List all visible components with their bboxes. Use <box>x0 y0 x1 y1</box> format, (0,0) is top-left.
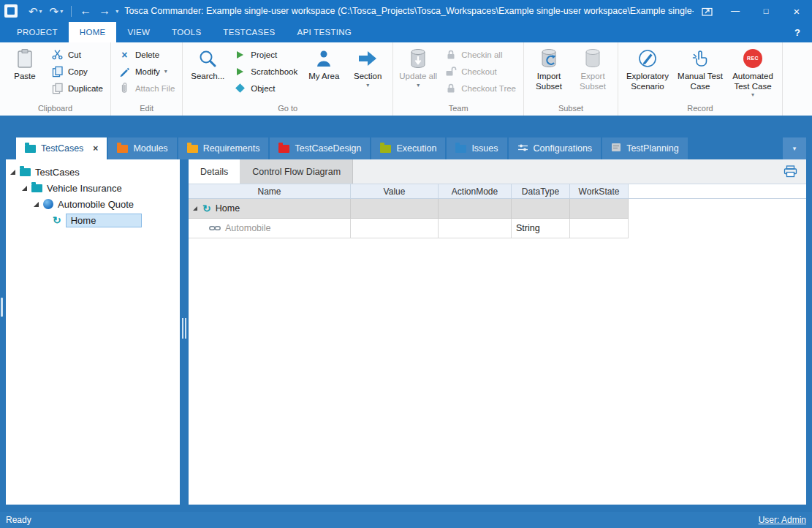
redo-dropdown-icon[interactable]: ▾ <box>60 8 63 15</box>
grid-cell-actionmode[interactable] <box>439 219 512 238</box>
tab-control-flow-diagram[interactable]: Control Flow Diagram <box>240 159 353 184</box>
copy-button[interactable]: Copy <box>48 63 107 80</box>
duplicate-button[interactable]: Duplicate <box>48 80 107 97</box>
workspace-tab-requirements[interactable]: Requirements <box>178 137 269 159</box>
undo-dropdown-icon[interactable]: ▾ <box>39 8 42 15</box>
menu-tab-tools[interactable]: TOOLS <box>161 22 212 42</box>
grid-cell-workstate[interactable] <box>570 199 629 219</box>
grid-cell-datatype[interactable] <box>512 199 570 219</box>
column-header-value[interactable]: Value <box>351 184 439 198</box>
column-header-filler <box>629 184 806 198</box>
modules-folder-icon <box>117 145 128 153</box>
checkin-all-button[interactable]: Checkin all <box>441 46 520 63</box>
minimize-icon: — <box>731 6 740 16</box>
menu-tab-home[interactable]: HOME <box>69 22 117 42</box>
goto-project-button[interactable]: Project <box>230 46 301 63</box>
goto-object-button[interactable]: Object <box>230 80 301 97</box>
undo-button[interactable]: ↶ ▾ <box>25 0 46 22</box>
menu-tab-api-testing[interactable]: API TESTING <box>286 22 363 42</box>
workspace-tab-issues[interactable]: Issues <box>447 137 506 159</box>
splitter-grip-icon <box>182 318 183 339</box>
redo-button[interactable]: ↷ ▾ <box>46 0 67 22</box>
row-expander-icon[interactable] <box>193 206 197 211</box>
maximize-button[interactable]: □ <box>751 0 781 22</box>
edit-small-buttons: × Delete Modify ▾ Attach F <box>115 45 178 102</box>
tab-overflow-button[interactable]: ▾ <box>783 137 806 159</box>
status-bar: Ready User: Admin <box>0 512 812 528</box>
section-button[interactable]: Section ▾ <box>346 45 389 102</box>
grid-cell-datatype[interactable]: String <box>512 219 570 238</box>
workspace-tab-testcases[interactable]: TestCases × <box>16 137 107 159</box>
paste-button[interactable]: Paste <box>4 45 46 102</box>
update-all-dropdown-icon[interactable]: ▾ <box>417 82 420 89</box>
checkout-button[interactable]: Checkout <box>441 63 520 80</box>
left-splitter-grip[interactable] <box>1 298 3 317</box>
grid-cell-name[interactable]: ↻ Home <box>189 199 351 219</box>
print-button[interactable] <box>783 159 806 184</box>
search-button[interactable]: Search... <box>186 45 229 102</box>
workspace-tab-execution[interactable]: Execution <box>371 137 445 159</box>
manual-test-case-button[interactable]: Manual Test Case <box>675 45 726 102</box>
clipboard-small-buttons: Cut Copy Duplicate <box>48 45 107 102</box>
refresh-icon: ↻ <box>202 203 211 214</box>
workspace-tab-testplanning[interactable]: TestPlanning <box>602 137 688 159</box>
cut-button[interactable]: Cut <box>48 46 107 63</box>
grid-row-home[interactable]: ↻ Home <box>189 199 806 219</box>
goto-scratchbook-button[interactable]: Scratchbook <box>230 63 301 80</box>
workspace-tab-modules[interactable]: Modules <box>108 137 176 159</box>
navigate-back-button[interactable]: ← <box>76 0 95 22</box>
expander-icon[interactable] <box>34 202 39 207</box>
grid-row-automobile[interactable]: Automobile String <box>189 219 806 238</box>
update-all-button[interactable]: Update all ▾ <box>397 45 439 102</box>
attach-file-button[interactable]: Attach File <box>115 80 178 97</box>
column-header-datatype[interactable]: DataType <box>512 184 570 198</box>
tab-details[interactable]: Details <box>189 159 240 184</box>
column-header-name[interactable]: Name <box>189 184 351 198</box>
workspace-tab-testcasedesign[interactable]: TestCaseDesign <box>270 137 370 159</box>
exploratory-scenario-button[interactable]: Exploratory Scenario <box>622 45 673 102</box>
menu-tab-project[interactable]: PROJECT <box>6 22 69 42</box>
import-database-icon <box>539 47 558 70</box>
delete-button[interactable]: × Delete <box>115 46 178 63</box>
workspace-tab-configurations[interactable]: Configurations <box>509 137 602 159</box>
menu-tab-testcases[interactable]: TESTCASES <box>212 22 286 42</box>
tree-item-label: Automobile Quote <box>58 199 134 210</box>
grid-cell-actionmode[interactable] <box>439 199 512 219</box>
panel-splitter[interactable] <box>180 159 189 505</box>
grid-cell-workstate[interactable] <box>570 219 629 238</box>
chevron-down-icon: ▾ <box>793 145 797 152</box>
automated-test-case-button[interactable]: REC Automated Test Case ▾ <box>727 45 778 102</box>
close-button[interactable]: × <box>781 0 812 22</box>
column-header-workstate[interactable]: WorkState <box>570 184 629 198</box>
import-subset-button[interactable]: Import Subset <box>528 45 570 102</box>
minimize-button[interactable]: — <box>720 0 751 22</box>
tree-item-vehicle-insurance[interactable]: Vehicle Insurance <box>6 180 180 196</box>
section-dropdown-icon[interactable]: ▾ <box>366 82 369 89</box>
automated-dropdown-icon[interactable]: ▾ <box>751 91 754 99</box>
cut-icon <box>51 49 64 60</box>
my-area-button[interactable]: My Area <box>303 45 345 102</box>
expander-icon[interactable] <box>22 186 27 191</box>
modify-button[interactable]: Modify ▾ <box>115 63 178 80</box>
grid-cell-name[interactable]: Automobile <box>189 219 351 238</box>
navigate-forward-button[interactable]: → <box>95 0 114 22</box>
help-button[interactable]: ? <box>786 22 809 42</box>
menu-tab-view[interactable]: VIEW <box>116 22 161 42</box>
tree-item-testcases[interactable]: TestCases <box>6 164 180 180</box>
lock-icon <box>444 49 457 60</box>
grid-cell-value[interactable] <box>351 199 439 219</box>
export-subset-button[interactable]: Export Subset <box>572 45 614 102</box>
modify-dropdown-icon[interactable]: ▾ <box>164 68 167 75</box>
checkout-tree-button[interactable]: Checkout Tree <box>441 80 520 97</box>
close-icon: × <box>794 5 800 18</box>
grid-cell-value[interactable] <box>351 219 439 238</box>
expander-icon[interactable] <box>10 170 15 175</box>
tree-item-automobile-quote[interactable]: Automobile Quote <box>6 196 180 212</box>
close-tab-icon[interactable]: × <box>93 143 98 154</box>
status-user-link[interactable]: User: Admin <box>759 515 806 525</box>
workspace-popout-button[interactable] <box>694 0 720 22</box>
quick-access-dropdown-icon[interactable]: ▾ <box>115 8 118 15</box>
forward-icon: → <box>99 5 110 17</box>
column-header-actionmode[interactable]: ActionMode <box>439 184 512 198</box>
tree-item-home[interactable]: ↻ Home <box>6 212 180 228</box>
